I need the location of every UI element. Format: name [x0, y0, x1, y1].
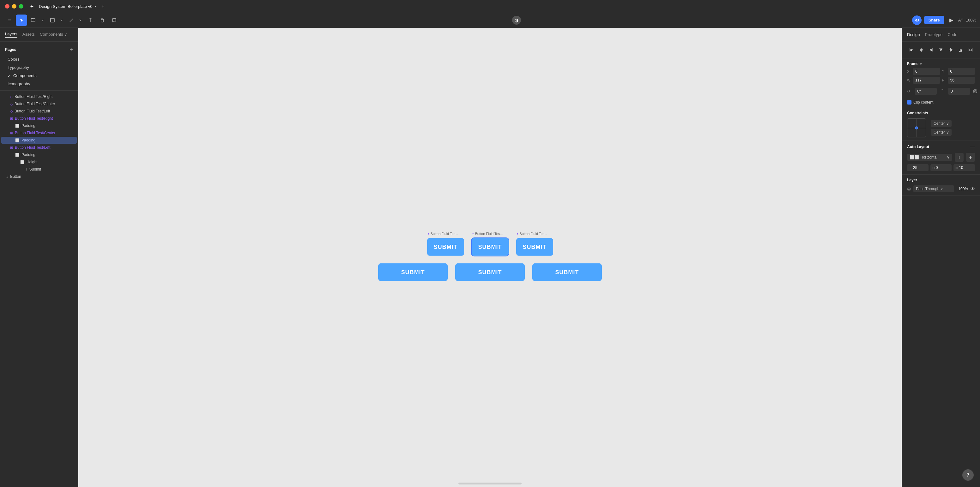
- pages-header: Pages +: [0, 44, 78, 55]
- minimize-button[interactable]: [12, 4, 16, 8]
- help-button[interactable]: ?: [963, 469, 974, 481]
- zoom-button[interactable]: 100%: [966, 18, 976, 22]
- w-input[interactable]: [913, 77, 940, 84]
- align-center-h-button[interactable]: [917, 46, 925, 54]
- button-container-1: ✦ Button Fluid Tes... SUBMIT: [427, 238, 464, 256]
- layer-button-fluid-left-component[interactable]: ⊞ Button Fluid Test/Left: [1, 144, 77, 151]
- frame-dropdown-button[interactable]: ∨: [40, 14, 45, 26]
- layer-padding-1[interactable]: ⬜ Padding: [1, 122, 77, 129]
- layer-button-fluid-center-component[interactable]: ⊞ Button Fluid Test/Center: [1, 129, 77, 137]
- shape-tool-button[interactable]: [47, 14, 58, 26]
- text-icon: T: [25, 167, 27, 171]
- submit-button-1[interactable]: SUBMIT: [427, 238, 464, 256]
- al-padding-v-input[interactable]: [959, 166, 973, 170]
- al-direction-select[interactable]: ⬜⬜ Horizontal ∨: [907, 154, 952, 161]
- close-button[interactable]: [5, 4, 10, 8]
- xywh-grid: X Y W H: [902, 68, 980, 87]
- page-item-colors[interactable]: Colors: [3, 55, 75, 63]
- y-input[interactable]: [948, 68, 975, 75]
- layer-padding-2-selected[interactable]: ⬜ Padding: [1, 137, 77, 144]
- text-tool-button[interactable]: T: [84, 14, 96, 26]
- share-button[interactable]: Share: [924, 16, 944, 24]
- layer-padding-3[interactable]: ⬜ Padding: [1, 151, 77, 158]
- align-left-button[interactable]: [907, 46, 916, 54]
- submit-button-large-3[interactable]: SUBMIT: [532, 263, 602, 281]
- layer-button-fluid-right-component[interactable]: ⊞ Button Fluid Test/Right: [1, 115, 77, 122]
- frame-icon: ⬜: [15, 124, 19, 128]
- shape-tool-group: ∨: [47, 14, 64, 26]
- play-button[interactable]: ▶: [947, 16, 956, 25]
- tab-layers[interactable]: Layers: [5, 32, 18, 38]
- chevron-down-icon: ∨: [940, 187, 943, 191]
- maximize-button[interactable]: [19, 4, 23, 8]
- align-center-v-button[interactable]: [947, 46, 955, 54]
- page-item-components[interactable]: ✓ Components: [3, 72, 75, 80]
- page-item-iconography[interactable]: Iconography: [3, 80, 75, 88]
- layer-label: Button Fluid Test/Left: [14, 109, 50, 113]
- pen-tool-button[interactable]: [66, 14, 77, 26]
- canvas[interactable]: ✦ Button Fluid Tes... SUBMIT ✦ Button Fl…: [78, 28, 902, 487]
- page-item-typography[interactable]: Typography: [3, 64, 75, 72]
- corner-mode-button[interactable]: [974, 87, 977, 96]
- sidebar-content: Pages + Colors Typography ✓ Components I…: [0, 42, 78, 487]
- pen-dropdown-button[interactable]: ∨: [78, 14, 83, 26]
- al-align-end-button[interactable]: [966, 153, 975, 162]
- tab-design[interactable]: Design: [907, 32, 920, 37]
- align-top-button[interactable]: [937, 46, 945, 54]
- al-spacing-field[interactable]: ↔: [907, 164, 929, 171]
- tab-title: Design System Boilerplate v0 ×: [39, 4, 96, 9]
- hand-tool-button[interactable]: [97, 14, 108, 26]
- blend-mode-select[interactable]: Pass Through ∨: [913, 185, 954, 193]
- chevron-down-icon: ∨: [946, 121, 949, 126]
- tab-close-button[interactable]: ×: [94, 5, 96, 8]
- rotation-input[interactable]: [915, 88, 937, 95]
- constraint-v-select[interactable]: Center ∨: [931, 129, 951, 136]
- tab-prototype[interactable]: Prototype: [925, 32, 942, 37]
- button-container-2: ✦ Button Fluid Tes... SUBMIT: [472, 238, 509, 256]
- layer-button-fluid-center-diamond[interactable]: ◇ Button Fluid Test/Center: [1, 100, 77, 107]
- submit-button-2-selected[interactable]: SUBMIT: [472, 238, 509, 256]
- clip-content-checkbox[interactable]: [907, 100, 912, 105]
- tab-code[interactable]: Code: [948, 32, 957, 37]
- visibility-toggle-button[interactable]: 👁: [970, 186, 975, 191]
- new-tab-button[interactable]: +: [101, 3, 104, 9]
- al-spacing-icon: ↔: [909, 166, 912, 170]
- canvas-scrollbar[interactable]: [458, 482, 522, 484]
- al-padding-h-input[interactable]: [936, 166, 950, 170]
- layer-button-fluid-left-diamond[interactable]: ◇ Button Fluid Test/Left: [1, 108, 77, 115]
- x-input[interactable]: [913, 68, 940, 75]
- al-padding-h-field[interactable]: ⊟: [931, 164, 952, 171]
- pages-add-button[interactable]: +: [70, 47, 73, 53]
- al-spacing-input[interactable]: [913, 166, 927, 170]
- layer-button[interactable]: # Button: [1, 173, 77, 180]
- align-right-button[interactable]: [927, 46, 935, 54]
- comment-tool-button[interactable]: [108, 14, 120, 26]
- autolayout-remove-button[interactable]: —: [970, 144, 975, 150]
- theme-toggle-button[interactable]: ◑: [512, 16, 521, 25]
- shape-dropdown-button[interactable]: ∨: [59, 14, 64, 26]
- submit-button-3[interactable]: SUBMIT: [516, 238, 553, 256]
- constraint-h-select[interactable]: Center ∨: [931, 120, 951, 127]
- corner-input[interactable]: [948, 88, 970, 95]
- layer-button-fluid-right-diamond[interactable]: ◇ Button Fluid Test/Right: [1, 93, 77, 100]
- x-field: X: [907, 68, 940, 75]
- tab-assets[interactable]: Assets: [22, 32, 35, 37]
- submit-button-large-2[interactable]: SUBMIT: [455, 263, 525, 281]
- distribute-button[interactable]: [966, 46, 975, 54]
- layer-height[interactable]: ⬜ Height: [1, 159, 77, 166]
- frame-tool-group[interactable]: ∨: [28, 14, 45, 26]
- al-padding-v-field[interactable]: ⊞: [953, 164, 975, 171]
- h-input[interactable]: [948, 77, 975, 84]
- al-align-start-button[interactable]: [955, 153, 964, 162]
- select-tool-button[interactable]: [16, 14, 27, 26]
- submit-button-large-1[interactable]: SUBMIT: [378, 263, 448, 281]
- layer-submit[interactable]: T Submit: [1, 166, 77, 173]
- blend-opacity[interactable]: 100%: [957, 187, 968, 191]
- diamond-icon: ◇: [10, 95, 13, 99]
- frame-dropdown-icon[interactable]: ∨: [920, 62, 922, 66]
- align-bottom-button[interactable]: [956, 46, 965, 54]
- frame-tool-button[interactable]: [28, 14, 39, 26]
- menu-button[interactable]: ≡: [4, 14, 15, 26]
- tab-components[interactable]: Components ∨: [40, 32, 67, 37]
- w-label: W: [907, 78, 912, 82]
